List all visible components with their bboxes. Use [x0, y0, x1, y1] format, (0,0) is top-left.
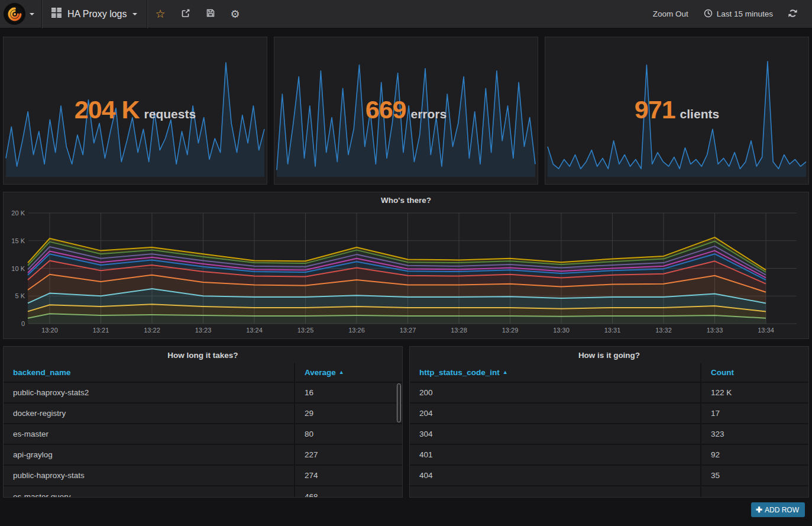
graph-panel-whos-there: Who's there? 05 K10 K15 K20 K13:2013:211…	[3, 192, 809, 339]
stat-value: 971	[635, 95, 675, 124]
add-row-label: ADD ROW	[765, 506, 799, 514]
zoom-out-button[interactable]: Zoom Out	[645, 0, 696, 28]
singlestat-panel-errors: 669errors	[274, 37, 538, 185]
x-axis-label: 13:33	[707, 327, 723, 334]
table-row: 20417	[410, 403, 808, 424]
x-axis-label: 13:28	[451, 327, 467, 334]
table-row: 200122 K	[410, 382, 808, 403]
x-axis-label: 13:20	[41, 327, 58, 334]
footer: ✚ ADD ROW	[3, 498, 809, 517]
zoom-out-label: Zoom Out	[653, 9, 688, 18]
save-icon	[206, 8, 215, 20]
y-axis-label: 10 K	[11, 265, 25, 272]
table-cell: es-master	[4, 424, 295, 444]
table-cell: es-master query	[4, 486, 295, 498]
stat-text: 204 Krequests	[4, 95, 267, 124]
table-row-empty	[410, 486, 808, 498]
table-cell: 468	[295, 486, 402, 498]
table-scrollbar-thumb[interactable]	[397, 383, 401, 422]
column-header-Average[interactable]: Average▲	[295, 363, 402, 382]
share-icon	[181, 8, 190, 20]
stat-value: 204 K	[75, 95, 140, 124]
table-panel-how-going: How is it going? http_status_code_int▲Co…	[409, 346, 809, 498]
table-row: api-graylog227	[4, 444, 402, 465]
save-button[interactable]	[198, 0, 223, 28]
page-title: HA Proxy logs	[67, 9, 127, 20]
stat-value: 669	[365, 95, 406, 124]
table-cell: 227	[295, 444, 402, 465]
y-axis-label: 0	[21, 320, 25, 327]
table-cell: 80	[295, 424, 402, 444]
plus-icon: ✚	[756, 505, 762, 514]
star-button[interactable]: ☆	[147, 0, 173, 28]
table-row: 40192	[410, 444, 808, 465]
sort-asc-icon: ▲	[339, 369, 344, 375]
grafana-menu-button[interactable]	[0, 0, 41, 28]
x-axis-label: 13:22	[144, 327, 160, 334]
table-row: es-master query468	[4, 486, 402, 498]
whos-there-chart: 05 K10 K15 K20 K13:2013:2113:2213:2313:2…	[4, 192, 808, 338]
table-panel-how-long: How long it takes? backend_nameAverage▲p…	[3, 346, 403, 498]
stat-label: errors	[411, 107, 447, 121]
dashboard: 204 Krequests 669errors 971clients Who's…	[0, 37, 812, 517]
stat-text: 669errors	[274, 95, 538, 124]
y-axis-label: 20 K	[11, 209, 25, 217]
add-row-button[interactable]: ✚ ADD ROW	[751, 502, 805, 517]
table-cell: 29	[295, 403, 402, 424]
grafana-logo	[4, 3, 25, 25]
table-row: 304323	[410, 424, 808, 444]
time-picker-button[interactable]: Last 15 minutes	[696, 0, 781, 28]
table-cell: 323	[701, 424, 808, 444]
refresh-icon	[788, 9, 797, 20]
settings-button[interactable]: ⚙	[223, 0, 248, 28]
x-axis-label: 13:30	[553, 327, 570, 334]
x-axis-label: 13:23	[195, 327, 212, 334]
x-axis-label: 13:25	[297, 327, 314, 334]
star-icon: ☆	[155, 8, 165, 20]
share-button[interactable]	[173, 0, 198, 28]
table-cell: 200	[410, 382, 701, 403]
table-row: public-haproxy-stats216	[4, 382, 402, 403]
table-cell: 401	[410, 444, 701, 465]
table-cell: 122 K	[701, 382, 808, 403]
stat-text: 971clients	[545, 95, 808, 124]
table-row: 40435	[410, 465, 808, 486]
sort-asc-icon: ▲	[503, 369, 508, 375]
x-axis-label: 13:24	[246, 327, 263, 334]
table-cell: 16	[295, 382, 402, 403]
x-axis-label: 13:34	[758, 327, 774, 334]
x-axis-label: 13:21	[93, 327, 109, 334]
table-cell: 204	[410, 403, 701, 424]
column-header-http_status_code_int[interactable]: http_status_code_int▲	[410, 363, 701, 382]
table-row: docker-registry29	[4, 403, 402, 424]
table-row: es-master80	[4, 424, 402, 444]
panel-title[interactable]: Who's there?	[4, 196, 808, 205]
column-header-backend_name[interactable]: backend_name	[4, 363, 295, 382]
clock-icon	[704, 9, 713, 20]
table-cell: public-haproxy-stats2	[4, 382, 295, 403]
dashboard-title-button[interactable]: HA Proxy logs	[42, 0, 147, 28]
table-cell: api-graylog	[4, 444, 295, 465]
gear-icon: ⚙	[231, 9, 240, 20]
table-cell: 304	[410, 424, 701, 444]
panel-title[interactable]: How long it takes?	[4, 347, 402, 363]
x-axis-label: 13:29	[502, 327, 519, 334]
stat-label: requests	[144, 107, 196, 121]
table-cell: 404	[410, 465, 701, 486]
table-cell: 17	[701, 403, 808, 424]
dashboard-grid-icon	[51, 8, 62, 20]
x-axis-label: 13:27	[400, 327, 416, 334]
singlestat-panel-requests: 204 Krequests	[3, 37, 267, 185]
table-cell: 274	[295, 465, 402, 486]
table-row: public-haproxy-stats274	[4, 465, 402, 486]
column-header-Count[interactable]: Count	[701, 363, 808, 382]
stat-label: clients	[680, 107, 720, 121]
panel-title[interactable]: How is it going?	[410, 347, 808, 363]
singlestat-panel-clients: 971clients	[545, 37, 809, 185]
chevron-down-icon	[30, 13, 34, 15]
y-axis-label: 15 K	[11, 237, 25, 244]
x-axis-label: 13:26	[348, 327, 365, 334]
x-axis-label: 13:31	[604, 327, 621, 334]
table-cell: 92	[701, 444, 808, 465]
refresh-button[interactable]	[781, 0, 805, 28]
